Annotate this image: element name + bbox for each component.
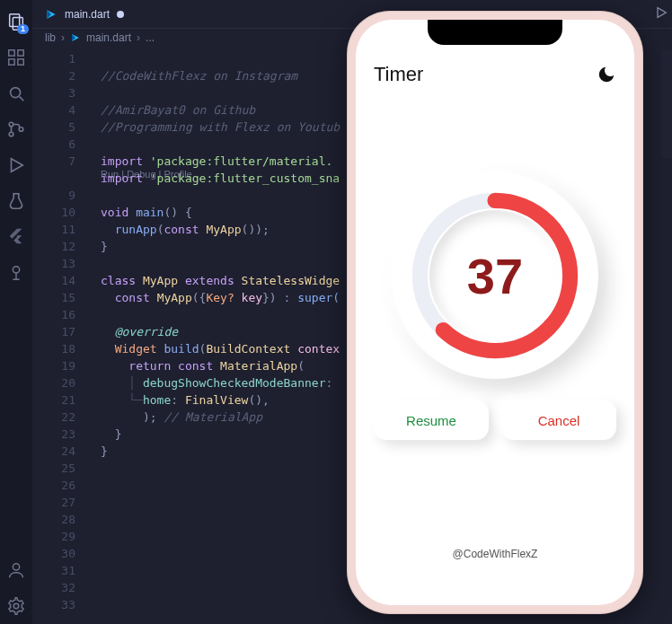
svg-point-6 (11, 88, 21, 98)
phone-mockup: Timer 37 Resume Cancel @CodeWithFlexZ (347, 11, 643, 614)
timer-buttons: Resume Cancel (374, 400, 616, 440)
flutter-icon[interactable] (0, 219, 32, 255)
dart-file-icon (70, 32, 81, 43)
code-content: //CodeWithFlexz on Instagram //AmirBayat… (101, 50, 340, 477)
dirty-indicator-icon (117, 11, 124, 18)
timer-value: 37 (467, 247, 523, 305)
dark-mode-icon[interactable] (597, 65, 616, 84)
explorer-badge: 1 (17, 24, 29, 34)
svg-point-8 (9, 122, 13, 127)
svg-point-14 (13, 564, 19, 570)
phone-screen: Timer 37 Resume Cancel @CodeWithFlexZ (356, 20, 634, 605)
svg-rect-2 (9, 50, 14, 56)
source-control-icon[interactable] (0, 111, 32, 147)
run-debug-icon[interactable] (0, 147, 32, 183)
svg-rect-4 (9, 59, 14, 65)
breadcrumb-folder: lib (45, 32, 56, 43)
dart-file-icon (45, 8, 57, 21)
run-icon[interactable] (654, 5, 668, 23)
breadcrumb-file: main.dart (86, 32, 131, 43)
svg-marker-16 (658, 8, 666, 18)
explorer-icon[interactable]: 1 (0, 4, 32, 40)
breadcrumb-tail: ... (146, 32, 155, 43)
svg-point-9 (9, 132, 13, 136)
activity-bar: 1 (0, 0, 32, 624)
cancel-button[interactable]: Cancel (501, 400, 616, 440)
svg-rect-5 (18, 59, 23, 65)
testing-icon[interactable] (0, 183, 32, 219)
credit-text: @CodeWithFlexZ (356, 548, 634, 560)
svg-line-7 (20, 97, 24, 101)
app-header: Timer (374, 63, 616, 86)
phone-notch (428, 20, 562, 45)
account-icon[interactable] (0, 552, 32, 588)
app-title: Timer (374, 63, 423, 86)
breadcrumb[interactable]: lib › main.dart › ... (45, 32, 155, 43)
editor-actions (654, 5, 668, 23)
extensions-icon[interactable] (0, 40, 32, 75)
svg-point-10 (19, 127, 23, 132)
tree-icon[interactable] (0, 255, 32, 291)
svg-point-13 (13, 267, 19, 273)
svg-point-15 (13, 603, 19, 609)
chevron-right-icon: › (137, 32, 140, 43)
settings-icon[interactable] (0, 588, 32, 624)
resume-button[interactable]: Resume (374, 400, 489, 440)
dial-inner: 37 (429, 210, 561, 341)
minimap[interactable] (661, 50, 672, 320)
tab-filename: main.dart (65, 9, 110, 20)
svg-marker-11 (12, 159, 23, 172)
tab-main-dart[interactable]: main.dart (32, 0, 137, 28)
search-icon[interactable] (0, 75, 32, 111)
chevron-right-icon: › (61, 32, 65, 43)
line-number-gutter: 1234567910111213141516171819202122232425… (32, 50, 88, 624)
timer-dial: 37 (392, 172, 598, 379)
svg-rect-3 (18, 50, 23, 56)
